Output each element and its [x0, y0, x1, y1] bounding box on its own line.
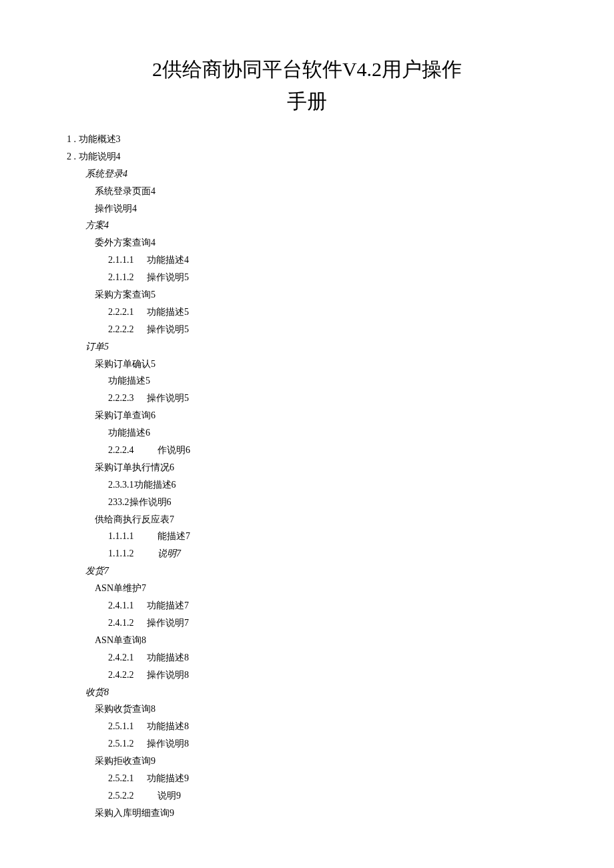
toc-label: 操作说明7 — [147, 618, 189, 628]
toc-item[interactable]: 委外方案查询4 — [67, 234, 547, 252]
toc-number: 2 — [67, 148, 71, 165]
toc-number: 1 — [67, 131, 71, 148]
toc-section-heading[interactable]: 订单5 — [67, 338, 547, 356]
document-title: 2供给商协同平台软件V4.2用户操作手册 — [67, 53, 547, 117]
toc-number: 2.2.2.2 — [108, 321, 147, 338]
toc-item[interactable]: 2.3.3.1功能描述6 — [67, 476, 547, 494]
toc-item[interactable]: 233.2操作说明6 — [67, 494, 547, 511]
toc-label: 作说明6 — [158, 445, 190, 455]
toc-number: 2.1.1.2 — [108, 269, 147, 286]
toc-item[interactable]: 采购收货查询8 — [67, 701, 547, 718]
toc-item[interactable]: ASN单维护7 — [67, 580, 547, 597]
toc-number: 2.1.1.1 — [108, 252, 147, 269]
toc-label: 说明7 — [158, 548, 181, 558]
toc-item[interactable]: 采购拒收查询9 — [67, 753, 547, 770]
toc-number: 1.1.1.2 — [108, 545, 158, 562]
toc-item[interactable]: 2.1.1.1功能描述4 — [67, 252, 547, 269]
toc-label: ASN单维护7 — [95, 583, 146, 593]
toc-number: 2.5.1.2 — [108, 735, 147, 753]
toc-item[interactable]: 2.2.2.3操作说明5 — [67, 390, 547, 407]
toc-label: 功能描述5 — [147, 307, 189, 317]
toc-label: 操作说明5 — [147, 393, 189, 403]
toc-item[interactable]: 采购方案查询5 — [67, 286, 547, 304]
toc-label: 功能描述4 — [147, 255, 189, 265]
table-of-contents: 1 . 功能概述3 2 . 功能说明4 系统登录4 系统登录页面4 操作说明4 … — [67, 131, 547, 822]
toc-section-heading[interactable]: 发货7 — [67, 562, 547, 580]
toc-number: 2.2.2.4 — [108, 442, 158, 459]
toc-item[interactable]: 操作说明4 — [67, 200, 547, 218]
toc-item[interactable]: 1.1.1.2说明7 — [67, 545, 547, 562]
toc-label: 说明9 — [158, 791, 181, 801]
toc-item[interactable]: 2.5.2.2说明9 — [67, 787, 547, 805]
toc-section-heading[interactable]: 系统登录4 — [67, 165, 547, 183]
toc-item[interactable]: 采购入库明细查询9 — [67, 805, 547, 822]
toc-number: 2.4.2.2 — [108, 667, 147, 684]
toc-item[interactable]: ASN单查询8 — [67, 632, 547, 649]
toc-item[interactable]: 2.1.1.2操作说明5 — [67, 269, 547, 286]
toc-item[interactable]: 2.5.2.1功能描述9 — [67, 770, 547, 787]
toc-label: 能描述7 — [158, 531, 190, 541]
toc-item-chapter-1[interactable]: 1 . 功能概述3 — [67, 131, 547, 148]
toc-label: 操作说明5 — [147, 324, 189, 334]
toc-number: 2.2.2.3 — [108, 390, 147, 407]
toc-item[interactable]: 采购订单确认5 — [67, 356, 547, 373]
toc-item[interactable]: 2.2.2.2操作说明5 — [67, 321, 547, 338]
toc-item[interactable]: 功能描述5 — [67, 372, 547, 390]
toc-item[interactable]: 系统登录页面4 — [67, 183, 547, 200]
toc-item[interactable]: 2.5.1.2操作说明8 — [67, 735, 547, 753]
toc-item[interactable]: 2.2.2.1功能描述5 — [67, 304, 547, 321]
toc-label: 功能描述8 — [147, 721, 189, 731]
toc-label: . 功能说明4 — [74, 151, 121, 161]
toc-label: 操作说明8 — [147, 739, 189, 749]
toc-number: 2.4.2.1 — [108, 649, 147, 667]
toc-item[interactable]: 供给商执行反应表7 — [67, 511, 547, 528]
toc-number: 2.5.2.2 — [108, 787, 158, 805]
toc-item[interactable]: 2.4.1.2操作说明7 — [67, 614, 547, 632]
toc-number: 2.5.2.1 — [108, 770, 147, 787]
toc-label: 功能描述8 — [147, 653, 189, 663]
toc-label: 功能描述7 — [147, 600, 189, 610]
toc-number: 1.1.1.1 — [108, 528, 158, 545]
toc-item[interactable]: 2.4.2.2操作说明8 — [67, 667, 547, 684]
toc-label: 功能描述9 — [147, 773, 189, 783]
toc-number: 2.4.1.2 — [108, 614, 147, 632]
toc-item-chapter-2[interactable]: 2 . 功能说明4 — [67, 148, 547, 165]
toc-label: 操作说明5 — [147, 272, 189, 282]
toc-item[interactable]: 功能描述6 — [67, 424, 547, 442]
toc-item[interactable]: 采购订单执行情况6 — [67, 459, 547, 476]
toc-number: 2.4.1.1 — [108, 597, 147, 614]
toc-item[interactable]: 2.4.2.1功能描述8 — [67, 649, 547, 667]
toc-item[interactable]: 1.1.1.1能描述7 — [67, 528, 547, 545]
toc-item[interactable]: 2.2.2.4作说明6 — [67, 442, 547, 459]
toc-item[interactable]: 2.5.1.1功能描述8 — [67, 718, 547, 735]
toc-number: 2.5.1.1 — [108, 718, 147, 735]
toc-number: 2.2.2.1 — [108, 304, 147, 321]
toc-item[interactable]: 采购订单查询6 — [67, 407, 547, 424]
toc-label: . 功能概述3 — [74, 134, 121, 144]
toc-section-heading[interactable]: 方案4 — [67, 217, 547, 234]
toc-item[interactable]: 2.4.1.1功能描述7 — [67, 597, 547, 614]
toc-section-heading[interactable]: 收货8 — [67, 684, 547, 701]
toc-label: 操作说明8 — [147, 670, 189, 680]
